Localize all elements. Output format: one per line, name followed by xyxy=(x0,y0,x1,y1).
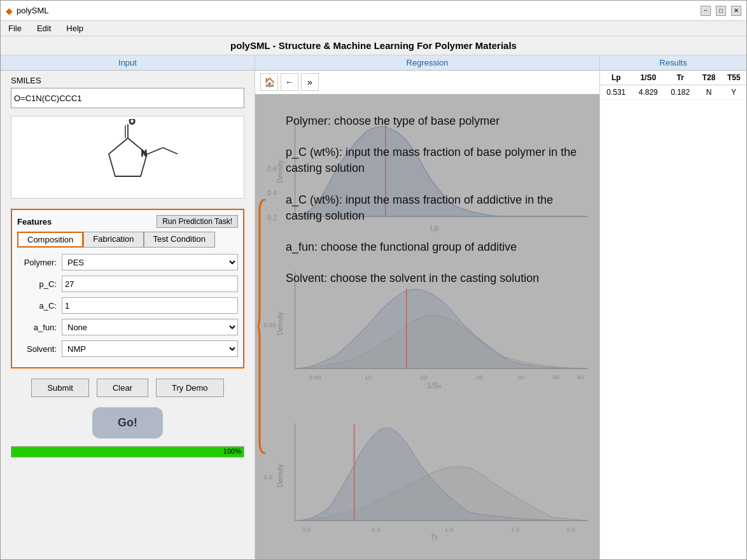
results-header-row: Lp 1/S0 Tr T28 T55 xyxy=(600,71,746,85)
solvent-row: Solvent: NMP DMF DMSO THF xyxy=(17,340,238,357)
left-panel: Input SMILES O xyxy=(1,55,255,559)
tooltip-entries: Polymer: choose the type of base polymer… xyxy=(286,113,587,302)
svg-line-6 xyxy=(163,148,178,154)
features-label: Features xyxy=(17,217,52,227)
features-header: Features Run Prediction Task! xyxy=(17,215,238,228)
tab-composition[interactable]: Composition xyxy=(17,232,83,248)
right-panel: Results Lp 1/S0 Tr T28 T55 0.531 4.829 xyxy=(600,55,746,559)
col-1s0: 1/S0 xyxy=(632,71,664,85)
results-table: Lp 1/S0 Tr T28 T55 0.531 4.829 0.182 N Y xyxy=(600,71,746,100)
window-controls: − □ ✕ xyxy=(701,6,741,16)
app-title: polySML - Structure & Machine Learning F… xyxy=(1,36,746,55)
title-bar-left: ◆ polySML xyxy=(6,6,49,16)
val-lp: 0.531 xyxy=(600,85,632,100)
maximize-button[interactable]: □ xyxy=(716,6,726,16)
tooltip-pc-text: p_C (wt%): input the mass fraction of ba… xyxy=(286,146,576,174)
pc-row: p_C: xyxy=(17,276,238,292)
menu-help[interactable]: Help xyxy=(64,22,86,34)
run-prediction-button[interactable]: Run Prediction Task! xyxy=(157,215,238,228)
val-t28: N xyxy=(696,85,721,100)
solvent-label: Solvent: xyxy=(17,344,62,354)
minimize-button[interactable]: − xyxy=(701,6,711,16)
polymer-select[interactable]: PES PEI PSf PVDF PA xyxy=(62,254,238,270)
col-t55: T55 xyxy=(722,71,746,85)
col-tr: Tr xyxy=(664,71,696,85)
center-panel: Regression 🏠 ← » xyxy=(255,55,600,559)
col-t28: T28 xyxy=(696,71,721,85)
svg-text:O: O xyxy=(129,119,135,126)
tooltip-ac: a_C (wt%): input the mass fraction of ad… xyxy=(286,192,587,224)
tooltip-pc: p_C (wt%): input the mass fraction of ba… xyxy=(286,144,587,176)
title-bar: ◆ polySML − □ ✕ xyxy=(1,1,746,21)
window-title: polySML xyxy=(17,6,49,15)
pc-input[interactable] xyxy=(62,276,238,292)
main-content: Input SMILES O xyxy=(1,55,746,559)
input-header: Input xyxy=(1,55,255,71)
val-1s0: 4.829 xyxy=(632,85,664,100)
progress-label: 100% xyxy=(223,447,241,455)
menu-bar: File Edit Help xyxy=(1,21,746,36)
chart-toolbar: 🏠 ← » xyxy=(255,71,599,94)
back-button[interactable]: ← xyxy=(281,73,298,91)
more-button[interactable]: » xyxy=(301,73,319,91)
features-section: Features Run Prediction Task! Compositio… xyxy=(11,209,244,368)
svg-text:N: N xyxy=(141,149,147,158)
tooltip-polymer: Polymer: choose the type of base polymer xyxy=(286,113,587,129)
go-button[interactable]: Go! xyxy=(92,407,163,438)
tooltip-ac-text: a_C (wt%): input the mass fraction of ad… xyxy=(286,193,553,222)
tooltip-solvent: Solvent: choose the solvent in the casti… xyxy=(286,270,587,286)
features-tabs: Composition Fabrication Test Condition xyxy=(17,232,238,248)
menu-edit[interactable]: Edit xyxy=(34,22,53,34)
val-tr: 0.182 xyxy=(664,85,696,100)
ac-row: a_C: xyxy=(17,297,238,314)
ac-input[interactable] xyxy=(62,297,238,314)
smiles-input[interactable] xyxy=(11,88,244,108)
polymer-row: Polymer: PES PEI PSf PVDF PA xyxy=(17,254,238,270)
chart-area: 0.2 0.4 0.6 Density Lp xyxy=(255,94,599,559)
col-lp: Lp xyxy=(600,71,632,85)
afun-select[interactable]: None OH COOH NH2 xyxy=(62,319,238,335)
tooltip-afun: a_fun: choose the functional group of ad… xyxy=(286,239,587,255)
tab-fabrication[interactable]: Fabrication xyxy=(83,232,143,248)
submit-button[interactable]: Submit xyxy=(31,379,88,397)
progress-bar xyxy=(11,447,244,457)
close-button[interactable]: ✕ xyxy=(731,6,741,16)
svg-line-5 xyxy=(148,148,163,154)
tooltip-solvent-text: Solvent: choose the solvent in the casti… xyxy=(286,272,539,284)
menu-file[interactable]: File xyxy=(6,22,24,34)
tooltip-overlay: Polymer: choose the type of base polymer… xyxy=(255,94,599,559)
try-demo-button[interactable]: Try Demo xyxy=(156,379,224,397)
results-data-row: 0.531 4.829 0.182 N Y xyxy=(600,85,746,100)
home-button[interactable]: 🏠 xyxy=(260,73,278,91)
go-button-container: Go! xyxy=(1,402,255,444)
results-header: Results xyxy=(600,55,746,71)
app-icon: ◆ xyxy=(6,6,13,16)
molecule-svg: O N xyxy=(64,119,192,195)
tooltip-polymer-text: Polymer: choose the type of base polymer xyxy=(286,115,499,127)
afun-row: a_fun: None OH COOH NH2 xyxy=(17,319,238,335)
tooltip-afun-text: a_fun: choose the functional group of ad… xyxy=(286,241,517,253)
main-window: ◆ polySML − □ ✕ File Edit Help polySML -… xyxy=(0,0,747,560)
brace-container xyxy=(256,118,269,536)
ac-label: a_C: xyxy=(17,301,62,311)
afun-label: a_fun: xyxy=(17,323,62,332)
tab-test-condition[interactable]: Test Condition xyxy=(144,232,215,248)
progress-bar-container: 100% xyxy=(11,446,244,458)
regression-header: Regression xyxy=(255,55,599,71)
val-t55: Y xyxy=(722,85,746,100)
action-buttons: Submit Clear Try Demo xyxy=(1,374,255,402)
solvent-select[interactable]: NMP DMF DMSO THF xyxy=(62,340,238,357)
smiles-label: SMILES xyxy=(11,76,244,85)
brace-svg xyxy=(256,199,269,454)
polymer-label: Polymer: xyxy=(17,258,62,267)
molecule-preview: O N xyxy=(11,116,244,199)
smiles-section: SMILES xyxy=(1,71,255,111)
pc-label: p_C: xyxy=(17,279,62,289)
clear-button[interactable]: Clear xyxy=(97,379,148,397)
